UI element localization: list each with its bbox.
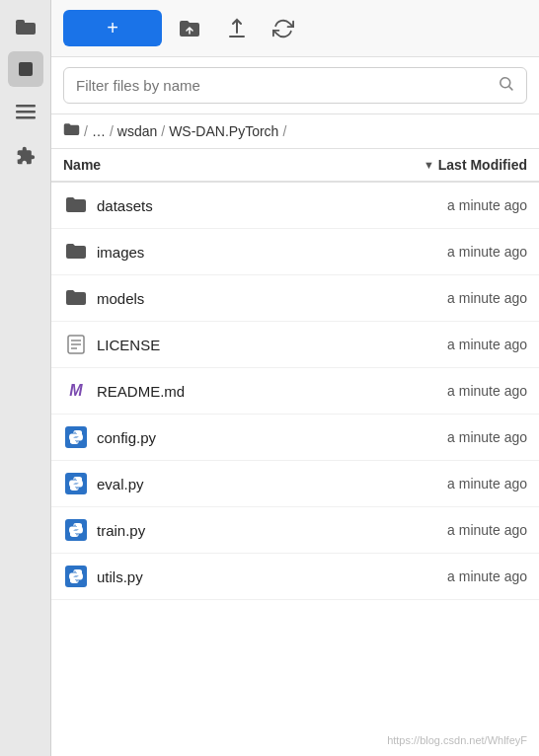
python-icon bbox=[65, 426, 87, 448]
file-modified: a minute ago bbox=[369, 522, 527, 538]
sidebar-item-menu[interactable] bbox=[8, 95, 43, 130]
file-type-icon bbox=[63, 332, 89, 357]
file-table: Name ▼ Last Modified datasets a minute a… bbox=[51, 149, 539, 756]
file-name: LICENSE bbox=[97, 337, 369, 353]
file-type-icon bbox=[63, 424, 89, 450]
file-name: models bbox=[97, 290, 369, 307]
svg-rect-2 bbox=[19, 62, 33, 76]
search-input[interactable] bbox=[76, 77, 498, 94]
file-modified: a minute ago bbox=[369, 244, 527, 260]
breadcrumb-folder-icon bbox=[63, 122, 80, 140]
file-type-icon bbox=[63, 239, 89, 265]
table-row[interactable]: LICENSE a minute ago bbox=[51, 322, 539, 368]
svg-line-7 bbox=[509, 87, 512, 90]
file-name: images bbox=[97, 244, 369, 261]
file-modified: a minute ago bbox=[369, 290, 527, 306]
table-row[interactable]: M README.md a minute ago bbox=[51, 368, 539, 415]
svg-rect-4 bbox=[16, 111, 36, 113]
file-modified: a minute ago bbox=[369, 383, 527, 399]
breadcrumb-sep-3: / bbox=[161, 123, 165, 139]
file-rows: datasets a minute ago images a minute ag… bbox=[51, 183, 539, 600]
file-type-icon bbox=[63, 192, 89, 218]
python-icon bbox=[65, 473, 87, 494]
table-row[interactable]: config.py a minute ago bbox=[51, 415, 539, 461]
upload-folder-button[interactable] bbox=[170, 11, 209, 46]
license-icon bbox=[67, 335, 85, 354]
file-modified: a minute ago bbox=[369, 337, 527, 352]
toolbar: + bbox=[51, 0, 539, 57]
table-row[interactable]: eval.py a minute ago bbox=[51, 461, 539, 507]
breadcrumb-ellipsis[interactable]: … bbox=[92, 123, 106, 139]
refresh-button[interactable] bbox=[265, 12, 302, 45]
breadcrumb-sep-1: / bbox=[84, 123, 88, 139]
search-input-wrap bbox=[63, 67, 527, 104]
breadcrumb-sep-4: / bbox=[282, 123, 286, 139]
table-row[interactable]: utils.py a minute ago bbox=[51, 554, 539, 600]
breadcrumb-sep-2: / bbox=[110, 123, 114, 139]
table-row[interactable]: images a minute ago bbox=[51, 229, 539, 275]
file-modified: a minute ago bbox=[369, 568, 527, 584]
table-row[interactable]: train.py a minute ago bbox=[51, 507, 539, 554]
upload-button[interactable] bbox=[217, 11, 257, 46]
main-panel: + bbox=[51, 0, 539, 756]
readme-icon: M bbox=[65, 380, 87, 402]
file-name: utils.py bbox=[97, 568, 369, 585]
file-modified: a minute ago bbox=[369, 429, 527, 445]
file-type-icon bbox=[63, 471, 89, 496]
sidebar-item-running[interactable] bbox=[8, 51, 43, 87]
svg-rect-5 bbox=[16, 116, 36, 119]
file-name: datasets bbox=[97, 197, 369, 214]
search-bar bbox=[51, 57, 539, 114]
table-row[interactable]: models a minute ago bbox=[51, 275, 539, 322]
sidebar-item-extensions[interactable] bbox=[8, 138, 43, 174]
file-type-icon bbox=[63, 517, 89, 543]
table-row[interactable]: datasets a minute ago bbox=[51, 183, 539, 229]
file-modified: a minute ago bbox=[369, 197, 527, 213]
svg-rect-3 bbox=[16, 105, 36, 108]
python-icon bbox=[65, 519, 87, 541]
file-name: train.py bbox=[97, 522, 369, 539]
breadcrumb: / … / wsdan / WS-DAN.PyTorch / bbox=[51, 114, 539, 149]
svg-rect-1 bbox=[16, 20, 25, 25]
file-type-icon: M bbox=[63, 378, 89, 404]
watermark: https://blog.csdn.net/WhlfeyF bbox=[387, 734, 527, 746]
file-name: README.md bbox=[97, 383, 369, 400]
file-modified: a minute ago bbox=[369, 476, 527, 491]
breadcrumb-pytorch[interactable]: WS-DAN.PyTorch bbox=[169, 123, 278, 139]
table-header: Name ▼ Last Modified bbox=[51, 149, 539, 183]
file-name: config.py bbox=[97, 429, 369, 446]
col-name-header: Name bbox=[63, 157, 369, 173]
search-icon bbox=[498, 75, 514, 96]
col-modified-header[interactable]: ▼ Last Modified bbox=[369, 157, 527, 173]
file-type-icon bbox=[63, 564, 89, 589]
python-icon bbox=[65, 566, 87, 587]
file-name: eval.py bbox=[97, 476, 369, 492]
sort-icon: ▼ bbox=[424, 159, 434, 171]
sidebar bbox=[0, 0, 51, 756]
file-type-icon bbox=[63, 285, 89, 311]
new-button[interactable]: + bbox=[63, 10, 162, 46]
sidebar-item-files[interactable] bbox=[8, 8, 43, 43]
breadcrumb-wsdan[interactable]: wsdan bbox=[117, 123, 157, 139]
